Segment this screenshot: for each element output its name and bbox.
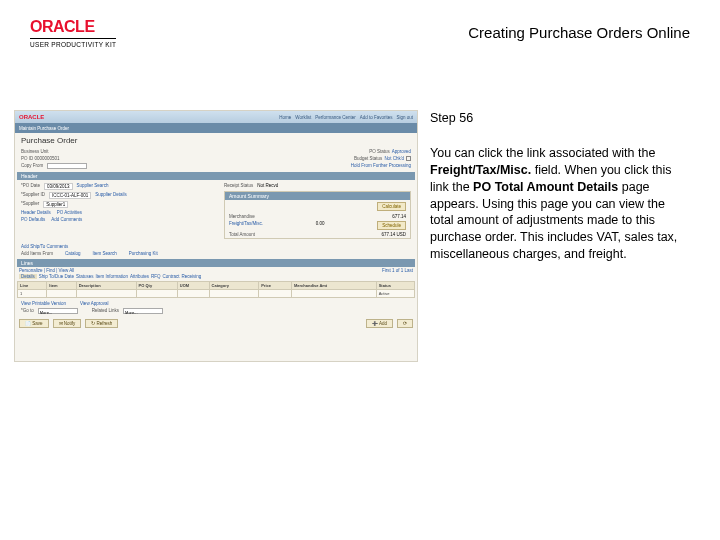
cell-item[interactable]	[47, 290, 76, 298]
supplier-search-link[interactable]: Supplier Search	[77, 183, 109, 190]
step-number: Step 56	[430, 110, 690, 127]
add-items-from-label: Add Items From	[21, 251, 53, 256]
col-desc: Description	[76, 282, 136, 290]
purchasing-kit-link[interactable]: Purchasing Kit	[129, 251, 158, 256]
total-amount-label: Total Amount	[229, 232, 255, 237]
merchandise-label: Merchandise	[229, 214, 255, 219]
pager-text[interactable]: First 1 of 1 Last	[382, 268, 413, 273]
cell-desc[interactable]	[76, 290, 136, 298]
business-unit-label: Business Unit	[21, 149, 49, 154]
col-cat: Category	[209, 282, 259, 290]
text-p1: You can click the link associated with t…	[430, 146, 655, 160]
add-button[interactable]: ➕ Add	[366, 319, 393, 328]
po-date-label: *PO Date	[21, 183, 40, 190]
total-amount-value: 677.14 USD	[381, 232, 406, 237]
view-approval-link[interactable]: View Approval	[80, 301, 108, 306]
copy-from-label: Copy From	[21, 163, 43, 169]
supplier-id-value[interactable]: ICCC-01-ALF-001	[49, 192, 91, 199]
doc-icon[interactable]	[406, 156, 411, 161]
catalog-link[interactable]: Catalog	[65, 251, 81, 256]
nav-signout[interactable]: Sign out	[396, 115, 413, 120]
cell-uom[interactable]	[177, 290, 209, 298]
lines-section-hdr: Lines	[17, 259, 415, 267]
supplier-name-label: *Supplier	[21, 201, 39, 208]
related-select[interactable]: More...	[123, 308, 163, 314]
supplier-details-link[interactable]: Supplier Details	[95, 192, 127, 199]
nav-perf-center[interactable]: Performance Center	[315, 115, 356, 120]
cell-qty[interactable]	[136, 290, 177, 298]
po-status-label: PO Status	[369, 149, 390, 154]
supplier-id-label: *Supplier ID	[21, 192, 45, 199]
goto-select[interactable]: More...	[38, 308, 78, 314]
item-search-link[interactable]: Item Search	[93, 251, 117, 256]
next-button[interactable]: ⟳	[397, 319, 413, 328]
text-bold1: Freight/Tax/Misc.	[430, 163, 531, 177]
tab-attributes[interactable]: Attributes	[130, 274, 149, 279]
header-section-bar: Header	[17, 172, 415, 180]
personalize-link[interactable]: Personalize | Find | View All	[19, 268, 74, 273]
cell-cat[interactable]	[209, 290, 259, 298]
col-qty: PO Qty	[136, 282, 177, 290]
nav-favorites[interactable]: Add to Favorites	[360, 115, 393, 120]
tab-receiving[interactable]: Receiving	[182, 274, 202, 279]
breadcrumb-bar: Maintain Purchase Order	[15, 123, 417, 133]
instruction-panel: Step 56 You can click the link associate…	[430, 110, 690, 263]
hold-link[interactable]: Hold From Further Processing	[351, 163, 411, 169]
copy-from-select[interactable]	[47, 163, 87, 169]
next-icon: ⟳	[403, 321, 407, 326]
add-icon: ➕	[372, 321, 378, 326]
page-title: Purchase Order	[15, 133, 417, 148]
col-line: Line	[18, 282, 47, 290]
tab-statuses[interactable]: Statuses	[76, 274, 94, 279]
app-nav: Home Worklist Performance Center Add to …	[279, 115, 413, 120]
amount-summary-hdr: Amount Summary	[225, 192, 410, 200]
po-status-value[interactable]: Approved	[392, 149, 411, 154]
lines-table: Line Item Description PO Qty UOM Categor…	[17, 281, 415, 298]
col-item: Item	[47, 282, 76, 290]
brand-oracle-logo: ORACLE	[30, 18, 116, 36]
add-ship-comments-link[interactable]: Add Ship/To Comments	[21, 244, 68, 249]
brand-upk-subtitle: USER PRODUCTIVITY KIT	[30, 38, 116, 48]
po-date-value[interactable]: 03/09/2013	[44, 183, 73, 190]
merchandise-value: 677.14	[392, 214, 406, 219]
tab-details[interactable]: Details	[19, 274, 37, 279]
document-title: Creating Purchase Orders Online	[468, 24, 690, 41]
app-oracle-logo: ORACLE	[19, 114, 44, 120]
freight-tax-misc-link[interactable]: Freight/Tax/Misc.	[229, 221, 263, 230]
table-row[interactable]: 1 Active	[18, 290, 415, 298]
refresh-icon: ↻	[91, 321, 95, 326]
doc-header: ORACLE USER PRODUCTIVITY KIT Creating Pu…	[30, 18, 690, 58]
cell-line: 1	[18, 290, 47, 298]
view-printable-link[interactable]: View Printable Version	[21, 301, 66, 306]
notify-button[interactable]: ✉ Notify	[53, 319, 82, 328]
budget-status-value[interactable]: Not Chk'd	[384, 156, 404, 161]
tab-item-info[interactable]: Item Information	[95, 274, 128, 279]
cell-price[interactable]	[259, 290, 292, 298]
save-button[interactable]: 📄 Save	[19, 319, 49, 328]
brand-logo-block: ORACLE USER PRODUCTIVITY KIT	[30, 18, 116, 48]
po-defaults-link[interactable]: PO Defaults	[21, 217, 45, 222]
receipt-status-value: Not Recvd	[257, 183, 278, 188]
freight-tax-misc-value: 0.00	[316, 221, 325, 230]
tab-rfq[interactable]: RFQ	[151, 274, 161, 279]
app-topbar: ORACLE Home Worklist Performance Center …	[15, 111, 417, 123]
text-bold2: PO Total Amount Details	[473, 180, 618, 194]
app-screenshot: ORACLE Home Worklist Performance Center …	[14, 110, 418, 362]
nav-home[interactable]: Home	[279, 115, 291, 120]
tab-shipto[interactable]: Ship To/Due Date	[39, 274, 74, 279]
table-header-row: Line Item Description PO Qty UOM Categor…	[18, 282, 415, 290]
add-comments-link[interactable]: Add Comments	[51, 217, 82, 222]
nav-worklist[interactable]: Worklist	[295, 115, 311, 120]
cell-amt	[291, 290, 376, 298]
calculate-button[interactable]: Calculate	[377, 202, 406, 211]
refresh-button[interactable]: ↻ Refresh	[85, 319, 118, 328]
col-amt: Merchandise Amt	[291, 282, 376, 290]
po-activities-link[interactable]: PO Activities	[57, 210, 82, 215]
tab-contract[interactable]: Contract	[163, 274, 180, 279]
schedule-button[interactable]: Schedule	[377, 221, 406, 230]
supplier-name-value[interactable]: Supplier1	[43, 201, 68, 208]
header-details-link[interactable]: Header Details	[21, 210, 51, 215]
receipt-status-label: Receipt Status	[224, 183, 253, 188]
notify-icon: ✉	[59, 321, 63, 326]
goto-label: *Go to	[21, 308, 34, 314]
